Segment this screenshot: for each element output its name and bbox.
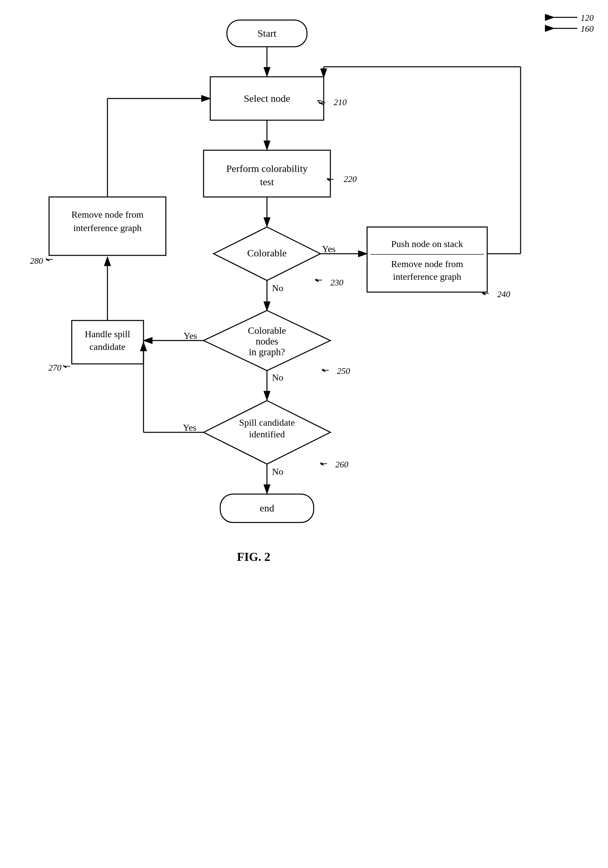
remove-node-2: interference graph [73, 223, 141, 233]
push-label-1: Push node on stack [391, 239, 463, 249]
no-label-2: No [272, 372, 283, 383]
remove-node-1: Remove node from [71, 209, 144, 220]
ref-230: 230 [330, 278, 343, 287]
yes-label-3: Yes [183, 422, 196, 432]
spill-candidate-2: identified [249, 429, 285, 439]
colorable-nodes-1: Colorable [248, 325, 286, 336]
no-label-1: No [272, 283, 283, 293]
colorable-nodes-2: nodes [255, 336, 278, 347]
no-label-3: No [272, 467, 283, 477]
ref-270: 270 [48, 363, 61, 373]
yes-label-1: Yes [322, 244, 336, 254]
handle-spill-2: candidate [90, 341, 125, 352]
handle-spill-1: Handle spill [85, 329, 130, 339]
legend-ref-label-1: 120 [581, 13, 594, 23]
colorability-label-2: test [260, 176, 274, 187]
push-label-2: Remove node from [391, 259, 463, 269]
end-label: end [260, 502, 274, 513]
start-label: Start [258, 28, 277, 39]
ref-250: 250 [337, 366, 350, 376]
ref-280: 280 [30, 256, 43, 266]
ref-240: 240 [497, 290, 510, 299]
ref-220: 220 [344, 174, 357, 184]
colorability-label-1: Perform colorability [226, 163, 308, 174]
colorable-label: Colorable [247, 247, 287, 259]
select-node-label: Select node [244, 93, 290, 104]
legend-ref-label-2: 160 [581, 24, 594, 34]
fig-caption: FIG. 2 [237, 550, 270, 564]
yes-label-2: Yes [184, 330, 197, 341]
ref-210: 210 [334, 98, 347, 107]
ref-260: 260 [336, 460, 348, 470]
spill-candidate-1: Spill candidate [239, 417, 295, 428]
push-label-3: interference graph [393, 271, 461, 282]
colorable-nodes-3: in graph? [249, 347, 285, 357]
